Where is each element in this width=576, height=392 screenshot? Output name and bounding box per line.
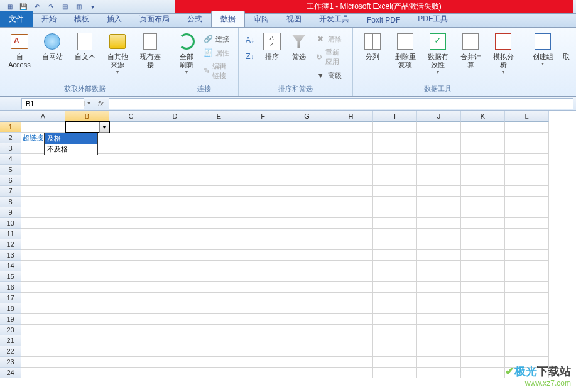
cell[interactable]: [417, 346, 461, 357]
column-header[interactable]: C: [109, 111, 153, 122]
cell[interactable]: [285, 250, 329, 261]
cell[interactable]: [373, 229, 417, 239]
cell[interactable]: [329, 346, 373, 357]
cell[interactable]: [505, 239, 549, 250]
cell[interactable]: [417, 250, 461, 261]
cell[interactable]: [461, 229, 505, 239]
cell[interactable]: [285, 261, 329, 271]
cell[interactable]: [197, 271, 241, 282]
tab-pagelayout[interactable]: 页面布局: [131, 11, 178, 27]
cell[interactable]: [21, 261, 65, 271]
cell[interactable]: [241, 368, 285, 378]
cell[interactable]: [241, 197, 285, 207]
cell[interactable]: [65, 271, 109, 282]
validation-option[interactable]: 不及格: [45, 144, 97, 155]
cell[interactable]: [153, 122, 197, 133]
cell[interactable]: [461, 325, 505, 335]
cell[interactable]: [65, 335, 109, 346]
from-text-button[interactable]: 自文本: [69, 30, 101, 62]
cell[interactable]: [373, 186, 417, 197]
cell[interactable]: [241, 143, 285, 154]
cell[interactable]: [65, 293, 109, 303]
cell[interactable]: [21, 154, 65, 165]
cell[interactable]: [285, 133, 329, 143]
cell[interactable]: [417, 282, 461, 293]
undo-icon[interactable]: ↶: [31, 1, 43, 13]
cell[interactable]: [21, 314, 65, 325]
cell[interactable]: [505, 325, 549, 335]
cell[interactable]: [461, 250, 505, 261]
name-box-dropdown[interactable]: ▼: [84, 101, 93, 106]
cell[interactable]: [21, 197, 65, 207]
cell[interactable]: [241, 250, 285, 261]
cell[interactable]: [505, 207, 549, 218]
cell[interactable]: [285, 207, 329, 218]
cell[interactable]: [197, 239, 241, 250]
cell[interactable]: [373, 346, 417, 357]
row-header[interactable]: 1: [0, 122, 21, 133]
whatif-button[interactable]: 模拟分析▾: [487, 30, 519, 77]
cell[interactable]: [461, 357, 505, 368]
cell[interactable]: [417, 303, 461, 314]
cell[interactable]: [153, 250, 197, 261]
ungroup-button[interactable]: 取: [560, 30, 572, 62]
cell[interactable]: [373, 335, 417, 346]
column-header[interactable]: E: [197, 111, 241, 122]
cell[interactable]: [241, 186, 285, 197]
cell[interactable]: [285, 335, 329, 346]
cell[interactable]: [285, 303, 329, 314]
cell[interactable]: [461, 175, 505, 186]
cell[interactable]: [241, 122, 285, 133]
redo-icon[interactable]: ↷: [45, 1, 57, 13]
cell[interactable]: [285, 154, 329, 165]
cell[interactable]: [21, 239, 65, 250]
cell[interactable]: [329, 271, 373, 282]
cell[interactable]: [241, 207, 285, 218]
cell[interactable]: [505, 186, 549, 197]
row-header[interactable]: 14: [0, 261, 21, 271]
tab-template[interactable]: 模板: [65, 11, 98, 27]
sort-asc-button[interactable]: A↓: [242, 34, 258, 46]
name-box[interactable]: B1: [21, 98, 84, 109]
cell[interactable]: [505, 122, 549, 133]
cell[interactable]: [241, 154, 285, 165]
cell[interactable]: [21, 293, 65, 303]
formula-bar[interactable]: [109, 98, 573, 109]
cell[interactable]: [505, 271, 549, 282]
cell[interactable]: [197, 122, 241, 133]
cell[interactable]: [21, 165, 65, 175]
row-header[interactable]: 2: [0, 133, 21, 143]
cell[interactable]: [373, 282, 417, 293]
cell[interactable]: [109, 261, 153, 271]
cell[interactable]: [417, 207, 461, 218]
tab-review[interactable]: 审阅: [245, 11, 278, 27]
fx-icon[interactable]: fx: [98, 100, 104, 107]
cell[interactable]: [153, 293, 197, 303]
cell[interactable]: [197, 218, 241, 229]
cell[interactable]: [65, 325, 109, 335]
cell[interactable]: [285, 229, 329, 239]
cell[interactable]: [461, 261, 505, 271]
cell[interactable]: [65, 239, 109, 250]
cell[interactable]: [285, 122, 329, 133]
cell[interactable]: [109, 325, 153, 335]
cell[interactable]: [153, 314, 197, 325]
cell[interactable]: [461, 197, 505, 207]
cell[interactable]: [109, 346, 153, 357]
cell[interactable]: [285, 197, 329, 207]
cell[interactable]: [285, 293, 329, 303]
cell[interactable]: [197, 357, 241, 368]
cell[interactable]: [21, 368, 65, 378]
cell[interactable]: [329, 218, 373, 229]
tab-foxitpdf[interactable]: Foxit PDF: [358, 13, 409, 27]
cell[interactable]: [197, 154, 241, 165]
group-button[interactable]: 创建组▾: [527, 30, 558, 68]
cell[interactable]: [329, 122, 373, 133]
cell[interactable]: [329, 133, 373, 143]
column-header[interactable]: F: [241, 111, 285, 122]
cell[interactable]: [197, 229, 241, 239]
cell[interactable]: [417, 143, 461, 154]
cell[interactable]: [153, 346, 197, 357]
column-header[interactable]: J: [417, 111, 461, 122]
cell[interactable]: [329, 165, 373, 175]
